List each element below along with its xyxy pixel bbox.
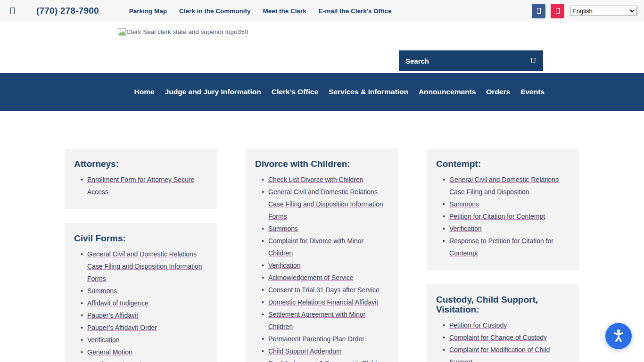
search-input[interactable] bbox=[399, 57, 530, 65]
form-link[interactable]: Affidavit of Indigence bbox=[87, 299, 149, 307]
form-link[interactable]: Complaint for Modification of Child Supp… bbox=[449, 346, 550, 362]
column-1: Attorneys:Enrollment Form for Attorney S… bbox=[65, 148, 217, 362]
language-select[interactable]: English bbox=[570, 6, 636, 16]
form-link[interactable]: Child Support Addendum bbox=[268, 347, 342, 355]
nav-item[interactable]: Events bbox=[520, 88, 545, 96]
section-title: Attorneys: bbox=[74, 159, 207, 169]
column-3: Contempt:General Civil and Domestic Rela… bbox=[427, 148, 579, 362]
form-link[interactable]: Pauper’s Affidavit bbox=[87, 312, 138, 319]
list-item: Complaint for Change of Custody bbox=[443, 331, 570, 344]
form-link[interactable]: Verification bbox=[87, 336, 119, 344]
facebook-button[interactable] bbox=[532, 4, 545, 18]
search-icon[interactable]: U bbox=[530, 56, 543, 66]
nav-item[interactable]: Orders bbox=[486, 88, 510, 96]
youtube-icon bbox=[556, 8, 560, 14]
broken-image-icon bbox=[118, 28, 126, 36]
form-link[interactable]: Domestic Relations Financial Affidavit bbox=[268, 298, 378, 306]
section-title: Divorce with Children: bbox=[255, 159, 389, 169]
list-item: Settlement Agreement with Minor Children bbox=[262, 308, 389, 333]
form-link[interactable]: Permanent Parenting Plan Order bbox=[268, 335, 364, 343]
forms-section-box: Attorneys:Enrollment Form for Attorney S… bbox=[65, 148, 217, 209]
form-link[interactable]: Pauper’s Affidavit Order bbox=[87, 324, 157, 331]
list-item: Affidavit of Indigence bbox=[81, 297, 207, 309]
header-band: Clerk Seal clerk state and superior logo… bbox=[0, 22, 644, 73]
section-title: Custody, Child Support, Visitation: bbox=[436, 295, 570, 314]
form-link[interactable]: Enrollment Form for Attorney Secure Acce… bbox=[87, 176, 194, 196]
list-item: Complaint for Modification of Child Supp… bbox=[443, 344, 570, 362]
nav-item[interactable]: Judge and Jury Information bbox=[165, 88, 261, 96]
form-link[interactable]: Summons bbox=[449, 200, 479, 208]
form-link[interactable]: Petition for Custody bbox=[449, 321, 507, 329]
form-link[interactable]: Complaint for Divorce with Minor Childre… bbox=[268, 237, 363, 257]
accessibility-widget-button[interactable] bbox=[605, 323, 632, 349]
forms-section-box: Civil Forms:General Civil and Domestic R… bbox=[65, 223, 217, 362]
list-item: General Civil and Domestic Relations Cas… bbox=[443, 173, 570, 198]
form-link[interactable]: Verification bbox=[268, 262, 300, 269]
forms-link-list: General Civil and Domestic Relations Cas… bbox=[74, 248, 207, 362]
form-link[interactable]: Verification bbox=[449, 225, 481, 232]
topbar-link[interactable]: E-mail the Clerk’s Office bbox=[319, 8, 392, 15]
list-item: Permanent Parenting Plan Order bbox=[262, 333, 389, 345]
form-link[interactable]: Summons bbox=[268, 225, 298, 232]
forms-section-box: Divorce with Children:Check List Divorce… bbox=[246, 148, 398, 362]
forms-section-box: Contempt:General Civil and Domestic Rela… bbox=[427, 148, 579, 271]
nav-item[interactable]: Clerk’s Office bbox=[272, 88, 318, 96]
list-item: Petition for Citation for Contempt bbox=[443, 210, 570, 222]
form-link[interactable]: Petition for Citation for Contempt bbox=[449, 213, 545, 220]
site-logo-broken[interactable]: Clerk Seal clerk state and superior logo… bbox=[118, 28, 248, 36]
forms-content: Attorneys:Enrollment Form for Attorney S… bbox=[65, 148, 644, 362]
section-title: Civil Forms: bbox=[74, 233, 207, 243]
form-link[interactable]: Check List Divorce with Children bbox=[268, 176, 363, 183]
list-item: General Civil and Domestic Relations Cas… bbox=[81, 248, 207, 285]
accessibility-person-icon bbox=[611, 328, 627, 344]
form-link[interactable]: Acknowledgement of Service bbox=[268, 274, 354, 281]
youtube-button[interactable] bbox=[551, 4, 564, 18]
facebook-icon bbox=[537, 8, 541, 14]
list-item: General Motion bbox=[81, 346, 207, 358]
list-item: Final Judgement & Decree with Children bbox=[262, 357, 389, 362]
main-navigation: HomeJudge and Jury InformationClerk’s Of… bbox=[0, 73, 644, 111]
list-item: Summons bbox=[443, 198, 570, 210]
nav-item[interactable]: Services & Information bbox=[329, 88, 408, 96]
list-item: Summons bbox=[262, 222, 389, 235]
form-link[interactable]: Consent to Trial 31 Days after Service bbox=[268, 286, 380, 294]
list-item: General Civil and Domestic Relations Cas… bbox=[262, 186, 389, 222]
forms-link-list: Enrollment Form for Attorney Secure Acce… bbox=[74, 173, 207, 198]
form-link[interactable]: General Civil and Domestic Relations Cas… bbox=[268, 188, 383, 220]
list-item: Pauper’s Affidavit Order bbox=[81, 321, 207, 334]
phone-icon bbox=[10, 8, 15, 14]
form-link[interactable]: Summons bbox=[87, 287, 117, 295]
form-link[interactable]: General Motion bbox=[87, 348, 132, 356]
form-link[interactable]: General Civil and Domestic Relations Cas… bbox=[449, 176, 559, 196]
list-item: Verification bbox=[262, 259, 389, 272]
forms-section-box: Custody, Child Support, Visitation:Petit… bbox=[427, 284, 579, 362]
forms-link-list: Check List Divorce with ChildrenGeneral … bbox=[255, 173, 389, 362]
list-item: Domestic Relations Financial Affidavit bbox=[262, 296, 389, 308]
form-link[interactable]: Response to Petition for Citation for Co… bbox=[449, 237, 553, 257]
list-item: Enrollment Form for Attorney Secure Acce… bbox=[81, 173, 207, 198]
topbar-link[interactable]: Clerk in the Community bbox=[179, 8, 251, 15]
list-item: Complaint for Divorce with Minor Childre… bbox=[262, 235, 389, 259]
list-item: Verification bbox=[81, 334, 207, 346]
list-item: Consent to Trial 31 Days after Service bbox=[262, 284, 389, 296]
logo-alt-text: Clerk Seal clerk state and superior logo… bbox=[126, 28, 248, 36]
list-item: Child Support Addendum bbox=[262, 345, 389, 357]
forms-link-list: Petition for CustodyComplaint for Change… bbox=[436, 319, 570, 362]
topbar-link[interactable]: Meet the Clerk bbox=[263, 8, 306, 15]
form-link[interactable]: Complaint for Change of Custody bbox=[449, 334, 547, 341]
topbar-link[interactable]: Parking Map bbox=[129, 8, 167, 15]
main-nav-list: HomeJudge and Jury InformationClerk’s Of… bbox=[134, 88, 545, 96]
list-item: Acknowledgement of Service bbox=[262, 272, 389, 284]
top-utility-bar: (770) 278-7900 Parking MapClerk in the C… bbox=[0, 0, 644, 22]
form-link[interactable]: Settlement Agreement with Minor Children bbox=[268, 311, 365, 330]
list-item: Pauper’s Affidavit bbox=[81, 309, 207, 321]
search-box: U bbox=[399, 50, 543, 71]
form-link[interactable]: Final Judgement & Decree with Children bbox=[268, 360, 387, 362]
list-item: Response to Petition for Citation for Co… bbox=[443, 235, 570, 259]
nav-item[interactable]: Announcements bbox=[419, 88, 476, 96]
topbar-right-group: English bbox=[527, 4, 636, 18]
list-item: Check List Divorce with Children bbox=[262, 173, 389, 186]
nav-item[interactable]: Home bbox=[134, 88, 155, 96]
form-link[interactable]: General Civil and Domestic Relations Cas… bbox=[87, 250, 202, 282]
forms-link-list: General Civil and Domestic Relations Cas… bbox=[436, 173, 570, 259]
